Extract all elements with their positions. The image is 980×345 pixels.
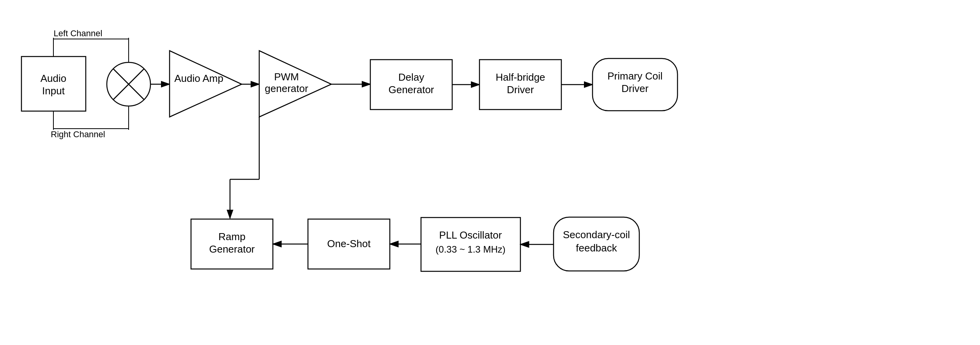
audio-amp-label: Audio Amp <box>174 73 223 84</box>
right-channel-label: Right Channel <box>51 129 105 139</box>
delay-generator-label1: Delay <box>398 71 424 83</box>
ramp-generator-label1: Ramp <box>218 231 245 242</box>
audio-input-label: Audio <box>41 73 67 84</box>
audio-input-label2: Input <box>42 85 65 97</box>
secondary-coil-feedback-label2: feedback <box>576 242 617 254</box>
pll-oscillator-label1: PLL Oscillator <box>439 229 502 241</box>
half-bridge-driver-label2: Driver <box>507 84 534 96</box>
pwm-generator-label2: generator <box>265 83 308 94</box>
pll-oscillator-label2: (0.33 ~ 1.3 MHz) <box>435 244 505 255</box>
secondary-coil-feedback-label1: Secondary-coil <box>563 229 630 241</box>
delay-generator-label2: Generator <box>388 84 434 96</box>
left-channel-label: Left Channel <box>54 28 103 38</box>
one-shot-label: One-Shot <box>327 238 371 249</box>
svg-rect-2 <box>0 0 980 345</box>
ramp-generator-label2: Generator <box>209 243 255 255</box>
pwm-generator-label1: PWM <box>274 71 299 83</box>
primary-coil-driver-label1: Primary Coil <box>607 70 663 82</box>
half-bridge-driver-label1: Half-bridge <box>495 71 545 83</box>
primary-coil-driver-label2: Driver <box>621 83 649 94</box>
